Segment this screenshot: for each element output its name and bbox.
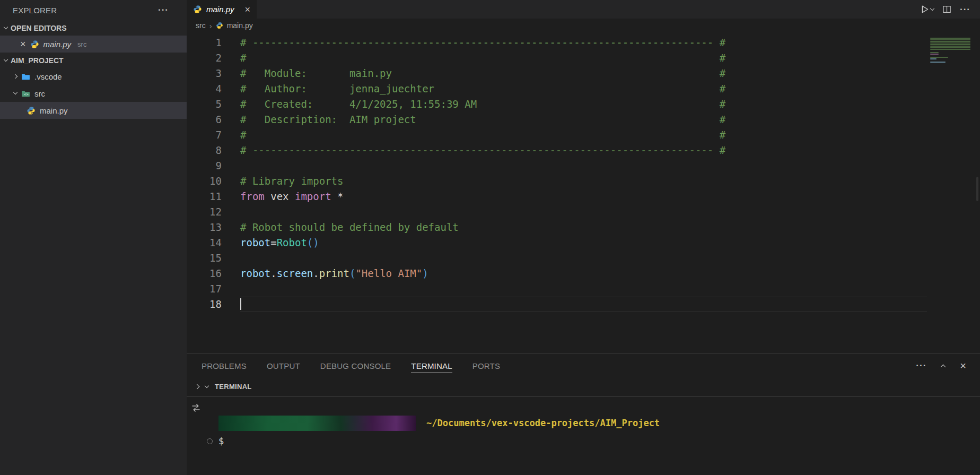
tree-item-label: main.py [40, 106, 68, 115]
vscode-window: EXPLORER ··· OPEN EDITORS × main.py src … [0, 0, 980, 475]
close-icon[interactable]: × [245, 5, 251, 14]
more-actions-icon[interactable]: ··· [916, 360, 926, 371]
line-number: 11 [187, 189, 222, 204]
line-number: 9 [187, 158, 222, 174]
line-number: 14 [187, 235, 222, 251]
open-editors-label: OPEN EDITORS [11, 24, 67, 32]
code-line-7[interactable]: 7# # [187, 127, 980, 143]
code-line-8[interactable]: 8# -------------------------------------… [187, 143, 980, 158]
code-line-12[interactable]: 12 [187, 204, 980, 220]
code-line-10[interactable]: 10# Library imports [187, 174, 980, 189]
split-editor-icon [942, 5, 951, 14]
line-number: 17 [187, 281, 222, 297]
terminal-gutter [187, 396, 218, 475]
chevron-right-icon [13, 74, 18, 79]
code-line-13[interactable]: 13# Robot should be defined by default [187, 220, 980, 235]
minimap-line [930, 57, 948, 58]
editor-actions: ··· [920, 0, 980, 19]
terminal-prompt-banner: ~/Documents/vex-vscode-projects/AIM_Proj… [218, 416, 660, 431]
explorer-title: EXPLORER [13, 6, 57, 15]
chevron-right-icon[interactable] [195, 384, 200, 390]
more-actions-icon[interactable]: ··· [158, 5, 169, 15]
minimap[interactable] [930, 38, 973, 66]
minimap-line [930, 42, 970, 44]
code-line-4[interactable]: 4# Author: jenna_juechter # [187, 81, 980, 97]
code-text: # Library imports [240, 174, 927, 189]
scrollbar-decoration[interactable] [976, 177, 978, 201]
breadcrumb-file[interactable]: main.py [227, 21, 253, 30]
close-panel-icon[interactable]: × [960, 360, 966, 371]
code-text: # Author: jenna_juechter # [240, 81, 927, 97]
chevron-down-icon [4, 57, 8, 61]
line-number: 7 [187, 127, 222, 143]
code-line-1[interactable]: 1# -------------------------------------… [187, 35, 980, 50]
code-line-9[interactable]: 9 [187, 158, 980, 174]
panel-tab-debug-console[interactable]: DEBUG CONSOLE [320, 359, 391, 373]
code-line-17[interactable]: 17 [187, 281, 980, 297]
tree-item-label: .vscode [34, 72, 62, 81]
tab-main-py[interactable]: main.py × [187, 0, 257, 19]
run-button[interactable] [920, 4, 934, 14]
editor-group: main.py × ··· src › [187, 0, 980, 475]
minimap-line [930, 39, 970, 40]
tree-item-src[interactable]: <> src [0, 85, 187, 102]
code-line-11[interactable]: 11from vex import * [187, 189, 980, 204]
line-number: 6 [187, 112, 222, 127]
command-decoration-circle[interactable] [207, 438, 213, 444]
chevron-down-icon [13, 90, 18, 94]
code-line-2[interactable]: 2# # [187, 50, 980, 66]
close-icon[interactable]: × [20, 39, 26, 49]
tree-item-label: src [34, 89, 45, 98]
line-number: 8 [187, 143, 222, 158]
prompt-gradient-bar [218, 416, 416, 431]
chevron-down-icon [4, 24, 8, 29]
code-text: # # [240, 50, 927, 66]
minimap-line [930, 41, 970, 42]
code-line-14[interactable]: 14robot=Robot() [187, 235, 980, 251]
minimap-line [930, 54, 939, 55]
open-editors-section-header[interactable]: OPEN EDITORS [0, 20, 187, 36]
terminal[interactable]: ~/Documents/vex-vscode-projects/AIM_Proj… [187, 396, 980, 475]
code-text: robot.screen.print("Hello AIM") [240, 266, 927, 281]
panel-tab-problems[interactable]: PROBLEMS [202, 359, 247, 373]
code-line-18[interactable]: 18 [187, 297, 980, 312]
code-line-6[interactable]: 6# Description: AIM project # [187, 112, 980, 127]
minimap-line [930, 62, 946, 63]
breadcrumb-folder[interactable]: src [196, 21, 206, 30]
python-icon [30, 40, 39, 49]
line-number: 10 [187, 174, 222, 189]
minimap-line [930, 52, 939, 53]
code-text: # Description: AIM project # [240, 112, 927, 127]
project-section-header[interactable]: AIM_PROJECT [0, 53, 187, 68]
line-number: 13 [187, 220, 222, 235]
open-editors-section: OPEN EDITORS × main.py src [0, 20, 187, 53]
swap-arrows-icon[interactable] [191, 403, 201, 413]
terminal-output: ~/Documents/vex-vscode-projects/AIM_Proj… [218, 396, 660, 475]
chevron-up-icon[interactable] [941, 365, 946, 370]
line-number: 12 [187, 204, 222, 220]
code-text [240, 281, 927, 297]
tree-item-main-py[interactable]: main.py [0, 102, 187, 119]
panel-tab-terminal[interactable]: TERMINAL [411, 359, 452, 373]
line-number: 5 [187, 97, 222, 112]
code-text: # --------------------------------------… [240, 143, 927, 158]
minimap-line [930, 46, 970, 47]
open-editor-item[interactable]: × main.py src [0, 36, 187, 53]
split-editor-button[interactable] [942, 5, 951, 14]
code-line-16[interactable]: 16robot.screen.print("Hello AIM") [187, 266, 980, 281]
panel-tab-ports[interactable]: PORTS [472, 359, 500, 373]
code-line-5[interactable]: 5# Created: 4/1/2025, 11:55:39 AM # [187, 97, 980, 112]
code-text [240, 251, 927, 266]
editor-tab-bar: main.py × ··· [187, 0, 980, 19]
project-section: AIM_PROJECT .vscode <> src [0, 53, 187, 119]
code-line-3[interactable]: 3# Module: main.py # [187, 66, 980, 81]
panel-tab-output[interactable]: OUTPUT [267, 359, 300, 373]
terminal-section-header[interactable]: TERMINAL [187, 377, 980, 396]
code-editor[interactable]: 1# -------------------------------------… [187, 32, 980, 353]
terminal-prompt-line[interactable]: $ [218, 434, 660, 449]
more-actions-icon[interactable]: ··· [960, 4, 970, 15]
line-number: 16 [187, 266, 222, 281]
tree-item-vscode[interactable]: .vscode [0, 68, 187, 85]
code-text [240, 204, 927, 220]
code-line-15[interactable]: 15 [187, 251, 980, 266]
